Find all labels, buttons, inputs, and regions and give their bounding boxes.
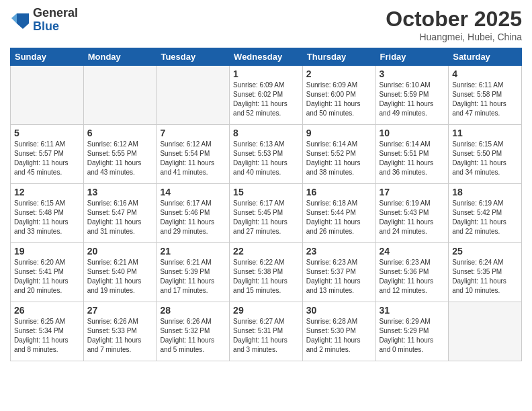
day-info: Sunrise: 6:15 AM Sunset: 5:48 PM Dayligh… (14, 199, 80, 236)
calendar-cell: 7Sunrise: 6:12 AM Sunset: 5:54 PM Daylig… (157, 125, 230, 184)
day-header-tuesday: Tuesday (157, 48, 230, 66)
day-info: Sunrise: 6:26 AM Sunset: 5:33 PM Dayligh… (87, 317, 153, 355)
week-row-5: 26Sunrise: 6:25 AM Sunset: 5:34 PM Dayli… (11, 302, 522, 361)
calendar-cell (157, 66, 230, 125)
day-number: 9 (306, 128, 372, 138)
calendar-cell: 29Sunrise: 6:27 AM Sunset: 5:31 PM Dayli… (230, 302, 303, 361)
calendar-cell: 23Sunrise: 6:23 AM Sunset: 5:37 PM Dayli… (302, 243, 375, 302)
day-number: 7 (160, 128, 226, 138)
month-title: October 2025 (386, 7, 522, 32)
calendar-cell: 3Sunrise: 6:10 AM Sunset: 5:59 PM Daylig… (375, 66, 449, 125)
day-info: Sunrise: 6:19 AM Sunset: 5:42 PM Dayligh… (452, 199, 518, 236)
day-headers-row: SundayMondayTuesdayWednesdayThursdayFrid… (11, 48, 522, 66)
calendar-cell: 5Sunrise: 6:11 AM Sunset: 5:57 PM Daylig… (11, 125, 84, 184)
day-header-thursday: Thursday (302, 48, 375, 66)
week-row-1: 1Sunrise: 6:09 AM Sunset: 6:02 PM Daylig… (11, 66, 522, 125)
day-number: 14 (160, 187, 226, 197)
day-info: Sunrise: 6:21 AM Sunset: 5:39 PM Dayligh… (160, 258, 226, 295)
day-info: Sunrise: 6:11 AM Sunset: 5:58 PM Dayligh… (452, 81, 518, 118)
day-number: 11 (452, 128, 518, 138)
day-info: Sunrise: 6:11 AM Sunset: 5:57 PM Dayligh… (14, 140, 80, 177)
calendar-cell: 13Sunrise: 6:16 AM Sunset: 5:47 PM Dayli… (83, 184, 157, 243)
calendar-cell: 25Sunrise: 6:24 AM Sunset: 5:35 PM Dayli… (449, 243, 522, 302)
day-number: 3 (380, 68, 445, 79)
day-number: 13 (87, 187, 153, 197)
calendar-cell: 8Sunrise: 6:13 AM Sunset: 5:53 PM Daylig… (230, 125, 303, 184)
week-row-3: 12Sunrise: 6:15 AM Sunset: 5:48 PM Dayli… (11, 184, 522, 243)
calendar-cell: 26Sunrise: 6:25 AM Sunset: 5:34 PM Dayli… (11, 302, 84, 361)
day-number: 10 (380, 128, 445, 138)
calendar-cell: 16Sunrise: 6:18 AM Sunset: 5:44 PM Dayli… (302, 184, 375, 243)
calendar-cell (83, 66, 157, 125)
day-info: Sunrise: 6:14 AM Sunset: 5:52 PM Dayligh… (306, 140, 372, 177)
calendar-cell (449, 302, 522, 361)
day-number: 12 (14, 187, 80, 197)
day-info: Sunrise: 6:28 AM Sunset: 5:30 PM Dayligh… (306, 317, 372, 355)
day-info: Sunrise: 6:23 AM Sunset: 5:37 PM Dayligh… (306, 258, 372, 295)
day-info: Sunrise: 6:12 AM Sunset: 5:54 PM Dayligh… (160, 140, 226, 177)
day-header-monday: Monday (83, 48, 157, 66)
calendar-cell: 18Sunrise: 6:19 AM Sunset: 5:42 PM Dayli… (449, 184, 522, 243)
calendar-cell: 31Sunrise: 6:29 AM Sunset: 5:29 PM Dayli… (375, 302, 449, 361)
day-info: Sunrise: 6:12 AM Sunset: 5:55 PM Dayligh… (87, 140, 153, 177)
day-info: Sunrise: 6:10 AM Sunset: 5:59 PM Dayligh… (380, 81, 445, 118)
calendar-cell: 12Sunrise: 6:15 AM Sunset: 5:48 PM Dayli… (11, 184, 84, 243)
day-info: Sunrise: 6:27 AM Sunset: 5:31 PM Dayligh… (233, 317, 299, 355)
day-header-sunday: Sunday (11, 48, 84, 66)
calendar-cell: 19Sunrise: 6:20 AM Sunset: 5:41 PM Dayli… (11, 243, 84, 302)
day-info: Sunrise: 6:16 AM Sunset: 5:47 PM Dayligh… (87, 199, 153, 236)
calendar-cell: 6Sunrise: 6:12 AM Sunset: 5:55 PM Daylig… (83, 125, 157, 184)
day-number: 20 (87, 246, 153, 257)
day-info: Sunrise: 6:09 AM Sunset: 6:00 PM Dayligh… (306, 81, 372, 118)
calendar-cell: 20Sunrise: 6:21 AM Sunset: 5:40 PM Dayli… (83, 243, 157, 302)
day-header-saturday: Saturday (449, 48, 522, 66)
svg-marker-2 (11, 13, 17, 24)
calendar-cell: 28Sunrise: 6:26 AM Sunset: 5:32 PM Dayli… (157, 302, 230, 361)
day-number: 26 (14, 305, 80, 316)
calendar-cell: 10Sunrise: 6:14 AM Sunset: 5:51 PM Dayli… (375, 125, 449, 184)
logo-icon (10, 10, 30, 30)
svg-marker-0 (17, 13, 29, 24)
calendar-cell: 14Sunrise: 6:17 AM Sunset: 5:46 PM Dayli… (157, 184, 230, 243)
day-info: Sunrise: 6:26 AM Sunset: 5:32 PM Dayligh… (160, 317, 226, 355)
title-area: October 2025 Huangmei, Hubei, China (386, 7, 522, 42)
day-number: 15 (233, 187, 299, 197)
day-number: 27 (87, 305, 153, 316)
day-number: 1 (233, 68, 299, 79)
day-number: 25 (452, 246, 518, 257)
calendar-cell: 17Sunrise: 6:19 AM Sunset: 5:43 PM Dayli… (375, 184, 449, 243)
day-info: Sunrise: 6:17 AM Sunset: 5:46 PM Dayligh… (160, 199, 226, 236)
day-info: Sunrise: 6:21 AM Sunset: 5:40 PM Dayligh… (87, 258, 153, 295)
calendar-cell: 4Sunrise: 6:11 AM Sunset: 5:58 PM Daylig… (449, 66, 522, 125)
day-info: Sunrise: 6:15 AM Sunset: 5:50 PM Dayligh… (452, 140, 518, 177)
calendar-cell: 9Sunrise: 6:14 AM Sunset: 5:52 PM Daylig… (302, 125, 375, 184)
day-number: 2 (306, 68, 372, 79)
calendar-cell: 30Sunrise: 6:28 AM Sunset: 5:30 PM Dayli… (302, 302, 375, 361)
day-info: Sunrise: 6:22 AM Sunset: 5:38 PM Dayligh… (233, 258, 299, 295)
day-info: Sunrise: 6:17 AM Sunset: 5:45 PM Dayligh… (233, 199, 299, 236)
day-number: 6 (87, 128, 153, 138)
day-number: 28 (160, 305, 226, 316)
day-number: 29 (233, 305, 299, 316)
day-info: Sunrise: 6:18 AM Sunset: 5:44 PM Dayligh… (306, 199, 372, 236)
logo-text: General Blue (33, 7, 78, 34)
week-row-4: 19Sunrise: 6:20 AM Sunset: 5:41 PM Dayli… (11, 243, 522, 302)
calendar-cell: 2Sunrise: 6:09 AM Sunset: 6:00 PM Daylig… (302, 66, 375, 125)
day-info: Sunrise: 6:23 AM Sunset: 5:36 PM Dayligh… (380, 258, 445, 295)
day-number: 22 (233, 246, 299, 257)
day-number: 17 (380, 187, 445, 197)
day-info: Sunrise: 6:24 AM Sunset: 5:35 PM Dayligh… (452, 258, 518, 295)
day-number: 8 (233, 128, 299, 138)
svg-marker-1 (17, 24, 29, 29)
calendar-cell: 11Sunrise: 6:15 AM Sunset: 5:50 PM Dayli… (449, 125, 522, 184)
calendar-cell: 22Sunrise: 6:22 AM Sunset: 5:38 PM Dayli… (230, 243, 303, 302)
logo-general: General (33, 7, 78, 20)
day-number: 19 (14, 246, 80, 257)
day-number: 21 (160, 246, 226, 257)
logo: General Blue (10, 7, 78, 34)
main-container: General Blue October 2025 Huangmei, Hube… (0, 0, 532, 368)
day-number: 31 (380, 305, 445, 316)
calendar-table: SundayMondayTuesdayWednesdayThursdayFrid… (10, 48, 522, 361)
calendar-cell: 24Sunrise: 6:23 AM Sunset: 5:36 PM Dayli… (375, 243, 449, 302)
week-row-2: 5Sunrise: 6:11 AM Sunset: 5:57 PM Daylig… (11, 125, 522, 184)
